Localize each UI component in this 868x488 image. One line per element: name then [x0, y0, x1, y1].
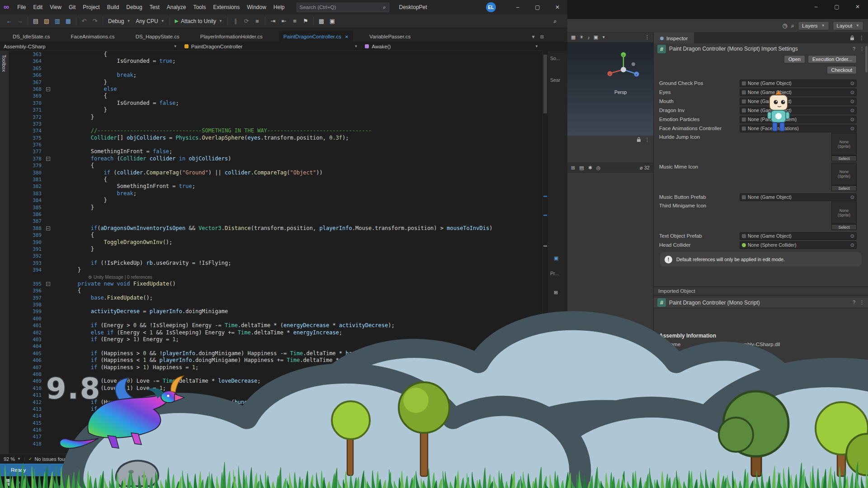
object-picker-icon[interactable]: ⊙ [850, 80, 854, 86]
solution-explorer-collapsed-tab[interactable]: So... [550, 56, 560, 61]
codelens-unity-message[interactable]: ⚙ Unity Message | 0 references [9, 274, 542, 281]
unity-restore-button[interactable]: ▢ [826, 0, 847, 14]
inspector-lock-icon[interactable] [850, 35, 854, 41]
fold-marker-icon[interactable]: – [46, 157, 50, 161]
shading-mode-icon[interactable]: ▦ [571, 34, 576, 40]
object-field-Dragon Inv[interactable]: None (Game Object)⊙ [740, 107, 857, 114]
fold-marker-icon[interactable]: – [46, 282, 50, 286]
layers-dropdown[interactable]: Layers▼ [798, 21, 829, 30]
unity-close-button[interactable]: ✕ [847, 0, 868, 14]
select-sprite-button[interactable]: Select [831, 155, 857, 161]
bookmark-icon[interactable]: ⚑ [301, 18, 311, 24]
save-icon[interactable]: ▥ [52, 18, 62, 24]
projection-label[interactable]: Persp [614, 89, 627, 95]
help-icon[interactable]: ? [853, 46, 855, 52]
new-tab-group-icon[interactable]: ⊞ [540, 34, 544, 39]
menu-project[interactable]: Project [79, 0, 103, 14]
editor-horizontal-scrollbar[interactable] [80, 457, 435, 461]
inspector-scrollbar[interactable] [865, 46, 868, 72]
comment-icon[interactable]: ▩ [316, 18, 326, 24]
fold-marker-icon[interactable]: – [46, 226, 50, 230]
object-picker-icon[interactable]: ⊙ [850, 89, 854, 95]
toolbox-collapsed-tab[interactable]: Toolbox [0, 51, 9, 454]
menu-help[interactable]: Help [270, 0, 288, 14]
search-collapsed-tab[interactable]: Sear [550, 77, 560, 83]
help-icon[interactable]: ? [853, 300, 855, 305]
notifications-button[interactable] [549, 467, 555, 473]
taskbar-unity-icon[interactable] [561, 479, 567, 485]
lock-icon[interactable] [637, 137, 641, 142]
inspector-menu-icon[interactable]: ⋮ [859, 35, 864, 41]
taskbar-search-icon[interactable]: ⌕ [18, 479, 20, 485]
tab-DS_HappyState.cs[interactable]: DS_HappyState.cs [131, 31, 184, 42]
slider-handle[interactable] [631, 458, 635, 462]
redo-icon[interactable]: ↷ [90, 18, 100, 24]
open-folder-icon[interactable]: ▧ [42, 18, 52, 24]
object-field-Emotion Particles[interactable]: None (Particle System)⊙ [740, 116, 857, 123]
quick-search-input[interactable]: Search (Ctrl+Q) ⌕ [297, 3, 389, 12]
menu-edit[interactable]: Edit [29, 0, 46, 14]
tab-PlayerInformationHolder.cs[interactable]: PlayerInformationHolder.cs [196, 31, 267, 42]
step-out-icon[interactable]: ⇤ [279, 18, 289, 24]
open-button[interactable]: Open [784, 55, 805, 63]
menu-build[interactable]: Build [104, 0, 123, 14]
breadcrumb-0[interactable]: Assembly-CSharp▼ [0, 42, 181, 51]
navigate-forward-icon[interactable]: → [15, 18, 25, 24]
uncomment-icon[interactable]: ▣ [327, 18, 337, 24]
object-field-Head Collider[interactable]: None (Sphere Collider)⊙ [740, 241, 857, 249]
add-to-source-control-button[interactable]: ↥ Add to Source Co... [453, 467, 505, 473]
object-field-Mouth[interactable]: None (Game Object)⊙ [740, 98, 857, 105]
solution-platform-dropdown[interactable]: Any CPU▼ [133, 18, 167, 24]
object-field-Text Object Prefab[interactable]: None (Game Object)⊙ [740, 232, 857, 240]
object-field-Eyes[interactable]: None (Game Object)⊙ [740, 89, 857, 96]
select-sprite-button[interactable]: Select [831, 185, 857, 191]
properties-collapsed-tab[interactable]: Pr... [550, 271, 559, 276]
object-field-Face Animations Controller[interactable]: None (Face Animations)⊙ [740, 125, 857, 132]
sprite-field-Hurlde Jump Icon[interactable]: None (Sprite) [831, 133, 857, 155]
code-editor[interactable]: 363 {364 IsGrounded = true;365366 break;… [9, 51, 542, 454]
select-sprite-button[interactable]: Select [831, 224, 857, 230]
scene-orientation-gizmo[interactable]: y x z [603, 49, 644, 90]
object-picker-icon[interactable]: ⊙ [850, 108, 854, 113]
column-indicator[interactable]: Ch: 79 [479, 456, 493, 462]
clock[interactable]: 15:21 [840, 479, 853, 485]
create-menu-icon[interactable]: ⊞ [571, 165, 575, 171]
database-tool-icon[interactable]: ▣ [554, 255, 558, 261]
panel-menu-icon[interactable]: ⋮ [645, 137, 650, 143]
audio-toggle-icon[interactable]: ♪ [587, 35, 590, 40]
break-all-icon[interactable]: ∥ [231, 18, 241, 24]
menu-view[interactable]: View [46, 0, 65, 14]
line-structure-icon[interactable]: ≡ [290, 18, 300, 24]
tab-list-dropdown-icon[interactable]: ▼ [531, 34, 536, 39]
solution-configuration-dropdown[interactable]: Debug▼ [105, 18, 133, 24]
account-avatar[interactable]: EL [486, 2, 496, 12]
object-field-Ground Check Pos[interactable]: None (Game Object)⊙ [740, 80, 857, 87]
space-mode-indicator[interactable]: SPC [509, 456, 519, 462]
toolbar-search-icon[interactable]: ⌕ [550, 18, 560, 25]
fold-marker-icon[interactable]: – [46, 87, 50, 91]
execution-order-button[interactable]: Execution Order... [808, 55, 857, 63]
asset-labels-heading[interactable]: Asset Labels [654, 444, 868, 455]
lighting-toggle-icon[interactable]: ☀ [579, 34, 584, 40]
menu-file[interactable]: File [14, 0, 29, 14]
effects-toggle-icon[interactable]: ▣ [594, 34, 598, 40]
object-picker-icon[interactable]: ⊙ [850, 194, 854, 200]
tab-FaceAnimations.cs[interactable]: FaceAnimations.cs [66, 31, 119, 42]
favorites-icon[interactable]: ✱ [588, 165, 592, 171]
tray-expand-icon[interactable]: ∧ [811, 479, 815, 485]
new-file-icon[interactable]: ▤ [31, 18, 41, 24]
navigate-back-icon[interactable]: ← [4, 18, 14, 24]
layout-dropdown[interactable]: Layout▼ [833, 21, 863, 30]
line-indicator[interactable]: Ln: 283 [447, 456, 464, 462]
sprite-field-Music Mime Icon[interactable]: None (Sprite) [831, 163, 857, 185]
volume-icon[interactable] [830, 480, 835, 485]
context-menu-icon[interactable]: ⋮ [859, 300, 864, 305]
start-button[interactable] [5, 479, 11, 486]
dropdown-caret-icon[interactable]: ▼ [602, 35, 605, 39]
taskbar-app-icon[interactable] [120, 479, 126, 485]
vs-minimize-button[interactable]: – [508, 0, 528, 14]
tab-PaintDragonController.cs[interactable]: PaintDragonController.cs✕ [279, 31, 353, 42]
object-picker-icon[interactable]: ⊙ [850, 99, 854, 104]
object-picker-icon[interactable]: ⊙ [850, 117, 854, 122]
scrollbar-thumb[interactable] [543, 55, 547, 113]
